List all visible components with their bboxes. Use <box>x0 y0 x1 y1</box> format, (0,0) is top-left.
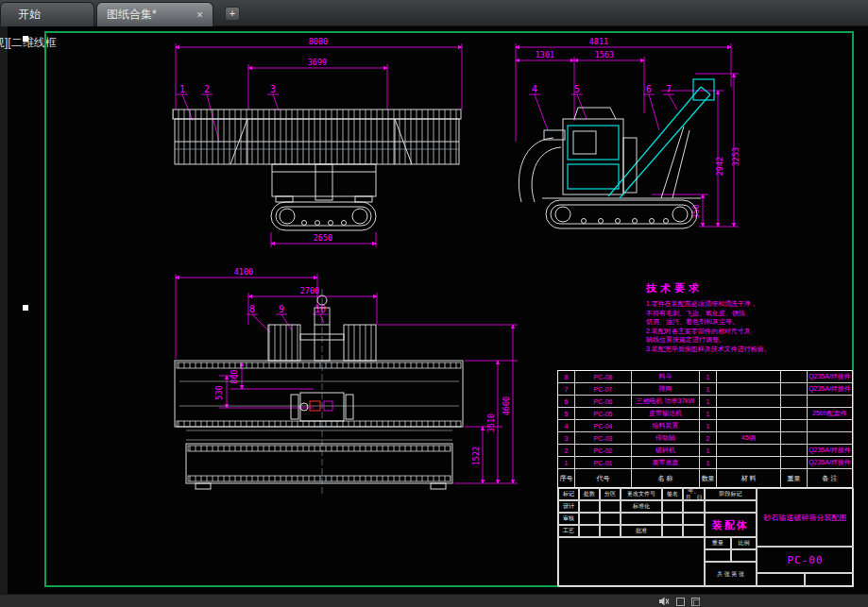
bom-cell-note <box>808 396 852 407</box>
bom-header-cell: 重量 <box>781 469 808 487</box>
tb-weight-label: 重量 <box>705 537 731 549</box>
isolate-icon[interactable] <box>676 598 685 606</box>
bom-cell-no: 1 <box>558 457 575 468</box>
bom-cell-material <box>717 383 781 395</box>
bom-table: 8 PC-08 料斗 1 Q235A/焊接件 7 PC-07 筛网 1 <box>557 370 853 488</box>
app-window: 开始 图纸合集* × + 观][二维线框 <box>0 0 868 607</box>
tb-blank <box>683 525 705 537</box>
tb-rev-sign: 签名 <box>662 488 683 500</box>
tab-close-icon[interactable]: × <box>187 8 203 22</box>
dim-plan-1522: 1522 <box>471 447 481 465</box>
bom-cell-weight <box>781 432 808 444</box>
tb-standard-label: 标准化 <box>621 500 662 513</box>
bom-cell-name: 传动轴 <box>632 432 700 444</box>
tb-blank <box>731 549 757 562</box>
bom-row: 3 PC-03 传动轴 2 45钢 <box>558 432 852 445</box>
tab-bar: 开始 图纸合集* × + <box>0 0 868 26</box>
dim-side-h2: 3253 <box>731 147 740 166</box>
balloon-1: 1 <box>179 84 185 94</box>
side-view: 4811 1301 1563 3253 2942 350 4 5 6 7 <box>516 37 740 228</box>
bom-cell-qty: 2 <box>700 432 717 444</box>
balloon-4: 4 <box>532 84 537 94</box>
bom-cell-code: PC-03 <box>575 432 632 444</box>
bom-row: 4 PC-04 给料装置 1 <box>558 420 852 432</box>
bom-cell-material <box>717 408 781 419</box>
tb-rev-mark: 标记 <box>558 488 579 500</box>
tb-stage-label: 阶段标记 <box>705 488 757 500</box>
tech-req-line: 切屑、油污、着色剂和灰尘等。 <box>646 317 797 327</box>
bom-header-cell: 材 料 <box>717 469 781 487</box>
tab-drawing-label: 图纸合集* <box>107 7 157 23</box>
bom-cell-note: Q235A/焊接件 <box>808 445 852 456</box>
bom-cell-code: PC-07 <box>575 383 632 395</box>
tb-blank-bottom <box>558 537 705 587</box>
bom-header-cell: 数量 <box>700 469 717 487</box>
tech-req-line: 2.装配时各主要零部件的相对尺寸及 <box>646 327 797 336</box>
tb-blank <box>683 500 705 513</box>
bom-cell-material: 45钢 <box>717 432 781 444</box>
bom-cell-no: 7 <box>558 383 575 395</box>
tech-req-lines: 1.零件在装配前必须清理和清洗干净，不得有毛刺、飞边、氧化皮、锈蚀、切屑、油污、… <box>646 299 797 354</box>
tb-drawing-number: PC-00 <box>757 547 854 573</box>
dim-plan-top: 4100 <box>234 267 253 277</box>
tb-rev-docno: 更改文件号 <box>621 488 662 500</box>
bom-cell-material <box>717 371 781 382</box>
drawing-canvas[interactable]: 观][二维线框 <box>0 26 868 594</box>
dim-plan-530: 530 <box>214 385 224 399</box>
tb-blank <box>600 525 621 537</box>
new-tab-button[interactable]: + <box>225 7 240 21</box>
status-bar <box>0 594 868 607</box>
bom-cell-weight <box>781 383 808 395</box>
bom-cell-qty: 1 <box>700 457 717 468</box>
title-block: 标记 处数 分区 更改文件号 签名 年、月、日 设计 标准化 审核 工艺 批准 <box>557 487 853 586</box>
bom-cell-material <box>717 420 781 431</box>
bom-cell-note: Q235A/焊接件 <box>808 383 852 395</box>
bom-cell-no: 2 <box>558 445 575 456</box>
tb-blank <box>579 525 600 537</box>
bom-header: 序号代号名 称数量材 料重量备 注 <box>558 469 852 487</box>
tech-req-line: 3.装配完毕后按图样及技术文件进行检验。 <box>646 345 797 354</box>
tab-start[interactable]: 开始 <box>0 2 94 26</box>
speaker-mute-icon[interactable] <box>658 596 670 607</box>
bom-cell-qty: 1 <box>700 445 717 456</box>
bom-row: 5 PC-05 皮带输送机 1 25t/h配套件 <box>558 408 852 420</box>
tech-req-line: 1.零件在装配前必须清理和清洗干净， <box>646 299 797 309</box>
tb-rev-date: 年、月、日 <box>683 488 705 500</box>
tb-blank <box>705 549 731 562</box>
technical-requirements: 技术要求 1.零件在装配前必须清理和清洗干净，不得有毛刺、飞边、氧化皮、锈蚀、切… <box>646 281 797 354</box>
front-view: 8080 3699 2650 1 2 3 <box>173 37 462 247</box>
tb-blank <box>757 573 805 587</box>
bom-cell-code: PC-06 <box>575 396 632 407</box>
clean-screen-icon[interactable] <box>691 598 700 606</box>
bom-cell-name: 给料装置 <box>632 420 700 431</box>
tb-blank <box>805 573 854 587</box>
bom-cell-name: 三相电机 功率37kW <box>632 396 700 407</box>
bom-cell-note: 25t/h配套件 <box>808 408 852 419</box>
tb-drawing-title: 砂石输送破碎筛分装配图 <box>757 488 854 547</box>
bom-cell-note: Q235A/焊接件 <box>808 457 852 468</box>
tb-assembly-name: 装配体 <box>705 513 757 537</box>
bom-cell-material <box>717 445 781 456</box>
bom-row: 1 PC-01 履带底盘 1 Q235A/焊接件 <box>558 457 852 469</box>
bom-cell-qty: 1 <box>700 371 717 382</box>
bom-cell-no: 3 <box>558 432 575 444</box>
dim-plan-860: 860 <box>230 369 239 383</box>
bom-cell-weight <box>781 396 808 407</box>
bom-cell-weight <box>781 457 808 468</box>
bom-cell-material <box>717 457 781 468</box>
bom-cell-qty: 1 <box>700 396 717 407</box>
balloon-2: 2 <box>204 84 210 94</box>
bom-cell-no: 6 <box>558 396 575 407</box>
tb-scale-label: 比例 <box>731 537 757 549</box>
bom-cell-no: 4 <box>558 420 575 431</box>
tab-drawing-collection[interactable]: 图纸合集* × <box>96 2 213 26</box>
bom-cell-note: Q235A/焊接件 <box>808 371 852 382</box>
dim-front-track: 2650 <box>314 233 332 243</box>
dim-side-overall: 4811 <box>589 37 608 46</box>
tb-blank <box>705 500 757 513</box>
bom-header-cell: 名 称 <box>632 469 700 487</box>
bom-cell-no: 8 <box>558 371 575 382</box>
dim-side-left: 1301 <box>536 50 554 59</box>
tech-req-title: 技术要求 <box>646 281 797 295</box>
tb-blank <box>662 525 683 537</box>
